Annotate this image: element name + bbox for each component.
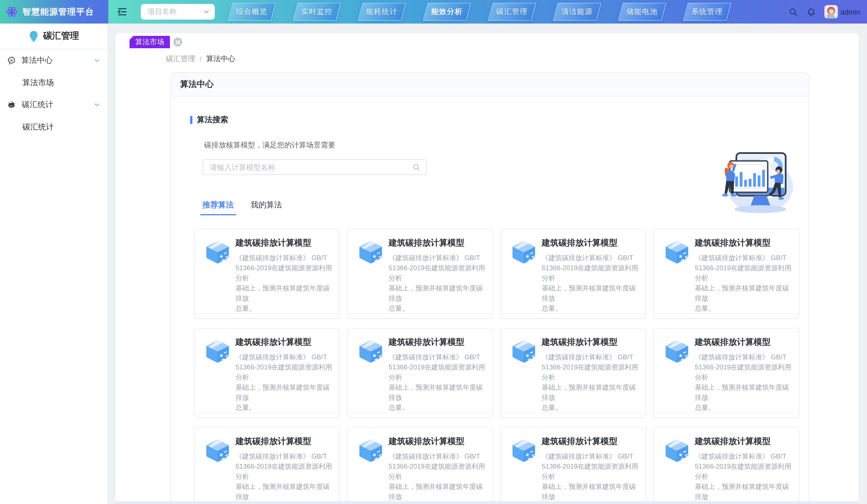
tab-recommended-algorithms[interactable]: 推荐算法	[202, 200, 234, 215]
topbar-nav-tab[interactable]: 能效分析	[422, 3, 471, 21]
algorithm-card-info: 建筑碳排放计算模型 《建筑碳排放计算标准》 GB/T 51366-2019在建筑…	[542, 336, 639, 412]
algorithm-card-main: 建筑碳排放计算模型 《建筑碳排放计算标准》 GB/T 51366-2019在建筑…	[195, 428, 339, 504]
tab-my-algorithms[interactable]: 我的算法	[251, 200, 282, 215]
algorithm-card-info: 建筑碳排放计算模型 《建筑碳排放计算标准》 GB/T 51366-2019在建筑…	[542, 237, 639, 313]
sidebar-title: 碳汇管理	[43, 30, 79, 42]
search-icon[interactable]	[412, 163, 421, 171]
algorithm-card: 建筑碳排放计算模型 《建筑碳排放计算标准》 GB/T 51366-2019在建筑…	[347, 229, 493, 319]
algorithm-card: 建筑碳排放计算模型 《建筑碳排放计算标准》 GB/T 51366-2019在建筑…	[653, 229, 799, 319]
username[interactable]: admin	[841, 8, 860, 16]
algorithm-title: 建筑碳排放计算模型	[695, 336, 792, 347]
model-search-box	[202, 159, 427, 175]
app-logo: 智慧能源管理平台	[0, 0, 108, 23]
close-icon[interactable]	[173, 37, 182, 46]
sidebar-subitem-algorithm-market[interactable]: 算法市场	[0, 72, 108, 94]
algorithm-center-body: 算法搜索 碳排放核算模型，满足您的计算场景需要	[171, 116, 809, 504]
horizontal-scrollbar-track	[116, 501, 859, 504]
topbar-nav-tab[interactable]: 清洁能源	[553, 3, 601, 21]
algorithm-description: 《建筑碳排放计算标准》 GB/T 51366-2019在建筑能源资源利用分析 基…	[389, 253, 486, 313]
topbar-nav-tab-label: 综合概览	[236, 7, 268, 17]
algorithm-card: 建筑碳排放计算模型 《建筑碳排放计算标准》 GB/T 51366-2019在建筑…	[194, 229, 340, 319]
algorithm-card-info: 建筑碳排放计算模型 《建筑碳排放计算标准》 GB/T 51366-2019在建筑…	[236, 336, 333, 412]
algorithm-card-main: 建筑碳排放计算模型 《建筑碳排放计算标准》 GB/T 51366-2019在建筑…	[501, 428, 645, 504]
algorithm-card: 建筑碳排放计算模型 《建筑碳排放计算标准》 GB/T 51366-2019在建筑…	[194, 427, 340, 504]
search-section-header: 算法搜索	[190, 116, 809, 124]
algorithm-description: 《建筑碳排放计算标准》 GB/T 51366-2019在建筑能源资源利用分析 基…	[542, 253, 639, 313]
open-page-tag[interactable]: 算法市场	[130, 36, 170, 48]
algorithm-card-footer: 推荐指数：15 详情 立即应用	[348, 412, 492, 418]
algorithm-card: 建筑碳排放计算模型 《建筑碳排放计算标准》 GB/T 51366-2019在建筑…	[194, 328, 340, 418]
chevron-down-icon	[202, 8, 210, 16]
sidebar-item-label: 算法中心	[21, 55, 93, 66]
algorithm-title: 建筑碳排放计算模型	[695, 436, 792, 447]
algorithm-description: 《建筑碳排放计算标准》 GB/T 51366-2019在建筑能源资源利用分析 基…	[236, 253, 333, 313]
calculator-cube-icon	[205, 339, 231, 364]
sidebar: 碳汇管理 AI 算法中心 算法市场	[0, 23, 108, 504]
sidebar-item-carbon-statistics[interactable]: CO₂ 碳汇统计	[0, 94, 108, 116]
algorithm-title: 建筑碳排放计算模型	[236, 336, 333, 347]
project-select-placeholder: 项目名称	[148, 7, 176, 17]
chevron-down-icon	[93, 57, 101, 64]
co2-cloud-icon: CO₂	[7, 100, 16, 109]
algorithm-card-main: 建筑碳排放计算模型 《建筑碳排放计算标准》 GB/T 51366-2019在建筑…	[501, 329, 645, 412]
sidebar-subitem-label: 碳汇统计	[22, 122, 54, 132]
calculator-cube-icon	[664, 239, 690, 265]
atom-logo-icon	[6, 6, 18, 18]
avatar[interactable]	[824, 5, 837, 19]
model-search-input[interactable]	[208, 162, 412, 172]
sidebar-item-algorithm-center[interactable]: AI 算法中心	[0, 49, 108, 72]
algorithm-card-footer: 推荐指数：15 详情 立即应用	[195, 412, 339, 418]
topbar-nav-tab[interactable]: 能耗统计	[357, 3, 406, 21]
topbar-nav-tab[interactable]: 碳汇管理	[488, 3, 536, 21]
algorithm-description: 《建筑碳排放计算标准》 GB/T 51366-2019在建筑能源资源利用分析 基…	[695, 451, 792, 504]
calculator-cube-icon	[511, 239, 537, 265]
algorithm-card-footer: 推荐指数：15 详情 立即应用	[654, 313, 799, 319]
svg-text:AI: AI	[10, 59, 13, 62]
algorithm-description: 《建筑碳排放计算标准》 GB/T 51366-2019在建筑能源资源利用分析 基…	[542, 451, 639, 504]
algorithm-description: 《建筑碳排放计算标准》 GB/T 51366-2019在建筑能源资源利用分析 基…	[236, 451, 333, 504]
algorithm-title: 建筑碳排放计算模型	[389, 436, 486, 447]
people-with-bar-chart-illustration	[716, 148, 793, 215]
section-marker	[190, 116, 192, 124]
algorithm-card-footer: 推荐指数：15 详情 立即应用	[195, 313, 339, 319]
topbar-main: 项目名称 综合概览 实时监控 能耗统计 能效分析 碳汇管理 清洁能源	[108, 0, 867, 23]
app-title: 智慧能源管理平台	[22, 7, 94, 17]
bell-icon[interactable]	[806, 7, 816, 17]
algorithm-card-footer: 推荐指数：15 详情 立即应用	[348, 313, 492, 319]
app-root: 智慧能源管理平台 项目名称 综合概览 实时监控 能耗统计	[0, 0, 867, 504]
algorithm-title: 建筑碳排放计算模型	[389, 336, 486, 347]
topbar-nav-tab[interactable]: 综合概览	[227, 3, 276, 21]
breadcrumb-parent[interactable]: 碳汇管理	[166, 54, 195, 64]
topbar-nav-tab[interactable]: 实时监控	[292, 3, 341, 21]
algorithm-description: 《建筑碳排放计算标准》 GB/T 51366-2019在建筑能源资源利用分析 基…	[695, 253, 792, 313]
topbar-nav-tab-label: 系统管理	[692, 7, 723, 17]
algorithm-card-info: 建筑碳排放计算模型 《建筑碳排放计算标准》 GB/T 51366-2019在建筑…	[695, 336, 792, 412]
algorithm-card-footer: 推荐指数：15 详情 立即应用	[654, 412, 799, 418]
algorithm-description: 《建筑碳排放计算标准》 GB/T 51366-2019在建筑能源资源利用分析 基…	[695, 352, 792, 412]
algorithm-title: 建筑碳排放计算模型	[236, 237, 333, 248]
topbar-nav-tab[interactable]: 系统管理	[683, 3, 731, 21]
algorithm-card-info: 建筑碳排放计算模型 《建筑碳排放计算标准》 GB/T 51366-2019在建筑…	[389, 336, 486, 412]
calculator-cube-icon	[511, 438, 537, 464]
algorithm-card-info: 建筑碳排放计算模型 《建筑碳排放计算标准》 GB/T 51366-2019在建筑…	[236, 436, 333, 504]
tag-bar: 算法市场	[116, 33, 859, 48]
sidebar-collapse-button[interactable]	[116, 6, 128, 18]
search-icon[interactable]	[788, 7, 798, 17]
algorithm-card-main: 建筑碳排放计算模型 《建筑碳排放计算标准》 GB/T 51366-2019在建筑…	[348, 229, 492, 313]
project-select[interactable]: 项目名称	[141, 4, 215, 20]
algorithm-card-info: 建筑碳排放计算模型 《建筑碳排放计算标准》 GB/T 51366-2019在建筑…	[389, 436, 486, 504]
algorithm-title: 建筑碳排放计算模型	[236, 436, 333, 447]
algorithm-title: 建筑碳排放计算模型	[389, 237, 486, 248]
algorithm-card: 建筑碳排放计算模型 《建筑碳排放计算标准》 GB/T 51366-2019在建筑…	[653, 328, 799, 418]
algorithm-card-main: 建筑碳排放计算模型 《建筑碳排放计算标准》 GB/T 51366-2019在建筑…	[654, 229, 799, 313]
algorithm-title: 建筑碳排放计算模型	[542, 336, 639, 347]
algorithm-card-main: 建筑碳排放计算模型 《建筑碳排放计算标准》 GB/T 51366-2019在建筑…	[654, 428, 799, 504]
algorithm-title: 建筑碳排放计算模型	[542, 237, 639, 248]
sidebar-subitem-carbon-statistics[interactable]: 碳汇统计	[0, 116, 108, 138]
algorithm-card: 建筑碳排放计算模型 《建筑碳排放计算标准》 GB/T 51366-2019在建筑…	[500, 427, 646, 504]
map-pin-icon	[29, 30, 39, 42]
breadcrumb-separator: /	[200, 55, 202, 63]
calculator-cube-icon	[664, 438, 690, 464]
topbar-nav-tab[interactable]: 储能电池	[618, 3, 666, 21]
algorithm-card-info: 建筑碳排放计算模型 《建筑碳排放计算标准》 GB/T 51366-2019在建筑…	[236, 237, 333, 313]
